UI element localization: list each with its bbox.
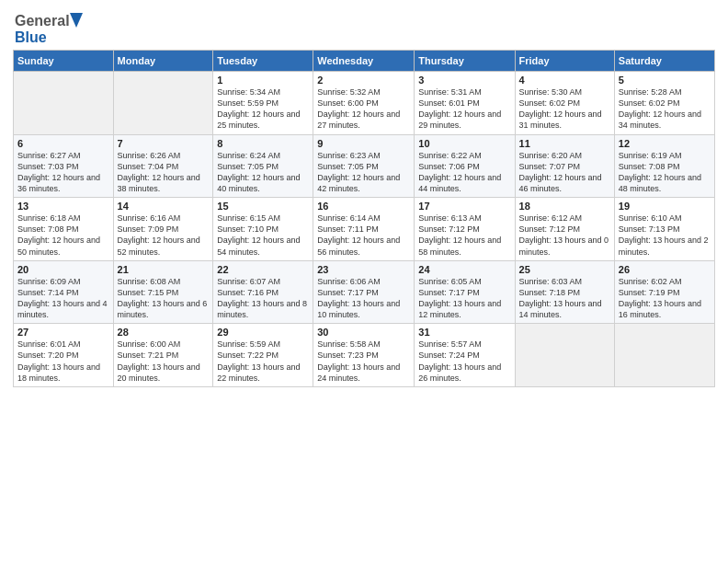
day-number: 4: [519, 75, 610, 86]
day-info: Sunrise: 5:59 AMSunset: 7:22 PMDaylight:…: [217, 339, 309, 384]
day-number: 18: [519, 201, 610, 212]
day-number: 27: [17, 327, 109, 338]
day-info: Sunrise: 6:14 AMSunset: 7:11 PMDaylight:…: [317, 213, 410, 258]
calendar-cell: 19Sunrise: 6:10 AMSunset: 7:13 PMDayligh…: [614, 198, 714, 261]
calendar-cell: 13Sunrise: 6:18 AMSunset: 7:08 PMDayligh…: [14, 198, 114, 261]
day-number: 8: [217, 138, 309, 149]
day-info: Sunrise: 6:22 AMSunset: 7:06 PMDaylight:…: [418, 150, 510, 195]
day-number: 9: [317, 138, 410, 149]
day-info: Sunrise: 6:10 AMSunset: 7:13 PMDaylight:…: [619, 213, 711, 258]
calendar-week-row: 6Sunrise: 6:27 AMSunset: 7:03 PMDaylight…: [14, 134, 715, 198]
calendar-cell: [113, 72, 213, 135]
calendar-cell: 20Sunrise: 6:09 AMSunset: 7:14 PMDayligh…: [14, 260, 114, 324]
calendar-cell: 4Sunrise: 5:30 AMSunset: 6:02 PMDaylight…: [515, 72, 614, 135]
calendar-cell: 3Sunrise: 5:31 AMSunset: 6:01 PMDaylight…: [415, 72, 515, 135]
calendar-cell: 7Sunrise: 6:26 AMSunset: 7:04 PMDaylight…: [113, 134, 213, 198]
calendar-cell: 26Sunrise: 6:02 AMSunset: 7:19 PMDayligh…: [614, 260, 714, 324]
day-number: 21: [118, 264, 210, 275]
day-info: Sunrise: 6:20 AMSunset: 7:07 PMDaylight:…: [519, 150, 610, 195]
calendar-cell: 2Sunrise: 5:32 AMSunset: 6:00 PMDaylight…: [313, 72, 415, 135]
calendar-cell: 25Sunrise: 6:03 AMSunset: 7:18 PMDayligh…: [515, 260, 614, 324]
calendar-cell: 8Sunrise: 6:24 AMSunset: 7:05 PMDaylight…: [213, 134, 313, 198]
calendar-cell: 29Sunrise: 5:59 AMSunset: 7:22 PMDayligh…: [213, 324, 313, 387]
calendar-cell: [14, 72, 114, 135]
calendar-cell: 12Sunrise: 6:19 AMSunset: 7:08 PMDayligh…: [614, 134, 714, 198]
day-info: Sunrise: 5:32 AMSunset: 6:00 PMDaylight:…: [317, 86, 410, 132]
day-info: Sunrise: 5:57 AMSunset: 7:24 PMDaylight:…: [418, 339, 510, 384]
calendar-cell: [515, 324, 614, 387]
calendar-cell: 15Sunrise: 6:15 AMSunset: 7:10 PMDayligh…: [213, 198, 313, 261]
day-info: Sunrise: 5:34 AMSunset: 5:59 PMDaylight:…: [217, 86, 309, 132]
day-number: 17: [418, 201, 510, 212]
day-header-tuesday: Tuesday: [213, 51, 313, 72]
day-info: Sunrise: 5:31 AMSunset: 6:01 PMDaylight:…: [418, 86, 510, 132]
calendar-cell: 14Sunrise: 6:16 AMSunset: 7:09 PMDayligh…: [113, 198, 213, 261]
page-container: GeneralBlue SundayMondayTuesdayWednesday…: [0, 0, 728, 395]
calendar-cell: 22Sunrise: 6:07 AMSunset: 7:16 PMDayligh…: [213, 260, 313, 324]
day-info: Sunrise: 6:02 AMSunset: 7:19 PMDaylight:…: [619, 276, 711, 321]
day-number: 25: [519, 264, 610, 275]
day-info: Sunrise: 6:24 AMSunset: 7:05 PMDaylight:…: [217, 150, 309, 195]
day-number: 14: [118, 201, 210, 212]
calendar-cell: [614, 324, 714, 387]
calendar-cell: 6Sunrise: 6:27 AMSunset: 7:03 PMDaylight…: [14, 134, 114, 198]
day-info: Sunrise: 6:12 AMSunset: 7:12 PMDaylight:…: [519, 213, 610, 258]
svg-text:General: General: [15, 13, 70, 29]
calendar-week-row: 20Sunrise: 6:09 AMSunset: 7:14 PMDayligh…: [14, 260, 715, 324]
calendar-cell: 21Sunrise: 6:08 AMSunset: 7:15 PMDayligh…: [113, 260, 213, 324]
day-info: Sunrise: 5:28 AMSunset: 6:02 PMDaylight:…: [619, 86, 711, 132]
day-info: Sunrise: 6:00 AMSunset: 7:21 PMDaylight:…: [118, 339, 210, 384]
day-number: 31: [418, 327, 510, 338]
day-info: Sunrise: 6:05 AMSunset: 7:17 PMDaylight:…: [418, 276, 510, 321]
day-info: Sunrise: 5:30 AMSunset: 6:02 PMDaylight:…: [519, 86, 610, 132]
day-info: Sunrise: 6:13 AMSunset: 7:12 PMDaylight:…: [418, 213, 510, 258]
day-number: 29: [217, 327, 309, 338]
day-header-thursday: Thursday: [415, 51, 515, 72]
day-number: 13: [17, 201, 109, 212]
calendar-week-row: 27Sunrise: 6:01 AMSunset: 7:20 PMDayligh…: [14, 324, 715, 387]
calendar-cell: 1Sunrise: 5:34 AMSunset: 5:59 PMDaylight…: [213, 72, 313, 135]
day-number: 23: [317, 264, 410, 275]
calendar-cell: 17Sunrise: 6:13 AMSunset: 7:12 PMDayligh…: [415, 198, 515, 261]
day-info: Sunrise: 5:58 AMSunset: 7:23 PMDaylight:…: [317, 339, 410, 384]
header: GeneralBlue: [13, 9, 715, 46]
day-info: Sunrise: 6:08 AMSunset: 7:15 PMDaylight:…: [118, 276, 210, 321]
day-number: 30: [317, 327, 410, 338]
day-number: 19: [619, 201, 711, 212]
day-number: 7: [118, 138, 210, 149]
calendar-cell: 5Sunrise: 5:28 AMSunset: 6:02 PMDaylight…: [614, 72, 714, 135]
day-header-friday: Friday: [515, 51, 614, 72]
day-info: Sunrise: 6:18 AMSunset: 7:08 PMDaylight:…: [17, 213, 109, 258]
day-number: 16: [317, 201, 410, 212]
day-number: 2: [317, 75, 410, 86]
day-info: Sunrise: 6:01 AMSunset: 7:20 PMDaylight:…: [17, 339, 109, 384]
calendar-cell: 31Sunrise: 5:57 AMSunset: 7:24 PMDayligh…: [415, 324, 515, 387]
day-info: Sunrise: 6:07 AMSunset: 7:16 PMDaylight:…: [217, 276, 309, 321]
day-number: 20: [17, 264, 109, 275]
day-number: 15: [217, 201, 309, 212]
logo-icon: GeneralBlue: [13, 9, 86, 46]
day-number: 11: [519, 138, 610, 149]
calendar-cell: 23Sunrise: 6:06 AMSunset: 7:17 PMDayligh…: [313, 260, 415, 324]
day-info: Sunrise: 6:03 AMSunset: 7:18 PMDaylight:…: [519, 276, 610, 321]
day-header-sunday: Sunday: [14, 51, 114, 72]
day-info: Sunrise: 6:27 AMSunset: 7:03 PMDaylight:…: [17, 150, 109, 195]
logo: GeneralBlue: [13, 9, 86, 46]
day-number: 1: [217, 75, 309, 86]
svg-text:Blue: Blue: [15, 29, 47, 45]
calendar-week-row: 13Sunrise: 6:18 AMSunset: 7:08 PMDayligh…: [14, 198, 715, 261]
day-info: Sunrise: 6:19 AMSunset: 7:08 PMDaylight:…: [619, 150, 711, 195]
calendar-cell: 10Sunrise: 6:22 AMSunset: 7:06 PMDayligh…: [415, 134, 515, 198]
calendar-cell: 11Sunrise: 6:20 AMSunset: 7:07 PMDayligh…: [515, 134, 614, 198]
calendar-cell: 18Sunrise: 6:12 AMSunset: 7:12 PMDayligh…: [515, 198, 614, 261]
calendar-cell: 28Sunrise: 6:00 AMSunset: 7:21 PMDayligh…: [113, 324, 213, 387]
day-header-wednesday: Wednesday: [313, 51, 415, 72]
day-number: 26: [619, 264, 711, 275]
calendar-week-row: 1Sunrise: 5:34 AMSunset: 5:59 PMDaylight…: [14, 72, 715, 135]
day-number: 12: [619, 138, 711, 149]
day-info: Sunrise: 6:15 AMSunset: 7:10 PMDaylight:…: [217, 213, 309, 258]
day-info: Sunrise: 6:26 AMSunset: 7:04 PMDaylight:…: [118, 150, 210, 195]
day-header-saturday: Saturday: [614, 51, 714, 72]
day-number: 24: [418, 264, 510, 275]
svg-marker-2: [70, 13, 83, 28]
